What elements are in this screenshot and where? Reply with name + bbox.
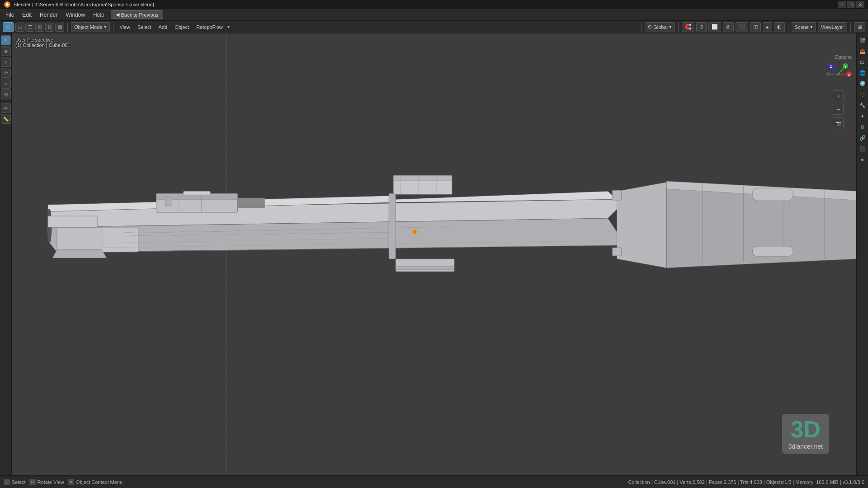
object-mode-label: Object Mode xyxy=(74,24,102,30)
object-mode-dropdown[interactable]: Object Mode ▾ xyxy=(71,22,110,32)
view-layer-button[interactable]: ViewLayer xyxy=(818,22,847,32)
options-label: Options xyxy=(835,54,852,60)
zoom-in-button[interactable]: + xyxy=(833,90,844,101)
svg-text:X: X xyxy=(848,73,850,76)
scene-properties-button[interactable]: 🌐 xyxy=(858,68,868,78)
close-button[interactable]: ✕ xyxy=(856,1,864,8)
status-select-item: ⬡ Select xyxy=(4,479,26,485)
annotate-tool-button[interactable]: ✏ xyxy=(1,103,11,113)
svg-point-2 xyxy=(7,3,8,4)
header-icon-5[interactable]: ▦ xyxy=(55,23,64,32)
header-icon-1[interactable]: ◻ xyxy=(15,23,24,32)
status-context-item: ≡ Object Context Menu xyxy=(68,479,123,485)
select-status-label: Select xyxy=(12,479,26,485)
menu-window[interactable]: Window xyxy=(62,11,89,19)
proportional-edit-button[interactable]: ⊙ xyxy=(696,22,707,32)
header-select-menu[interactable]: Select xyxy=(135,23,154,31)
scale-tool-button[interactable]: ⤢ xyxy=(1,79,11,89)
left-toolbar: ↖ ⊕ ✛ ⟳ ⤢ ⊞ ✏ 📏 xyxy=(0,33,12,475)
viewport-collection-label: (1) Collection | Cube.001 xyxy=(15,42,70,48)
physics-properties-button[interactable]: ⚙ xyxy=(858,122,868,132)
svg-rect-13 xyxy=(48,216,98,227)
context-menu-label: Object Context Menu xyxy=(76,479,123,485)
snap-button[interactable]: 🧲 xyxy=(682,22,694,32)
editor-type-button[interactable]: ⬡ xyxy=(3,22,14,32)
display-mode-button[interactable]: ⬜ xyxy=(708,22,721,32)
header-object-menu[interactable]: Object xyxy=(172,23,192,31)
menu-edit[interactable]: Edit xyxy=(19,11,35,19)
camera-toggle-button[interactable]: 📷 xyxy=(833,117,844,128)
scene-chevron-icon: ▾ xyxy=(810,24,813,30)
shading-rendered[interactable]: ◐ xyxy=(774,22,785,32)
maximize-button[interactable]: □ xyxy=(847,1,855,8)
zoom-out-button[interactable]: − xyxy=(833,104,844,115)
constraints-properties-button[interactable]: 🔗 xyxy=(858,133,868,143)
render-properties-button[interactable]: 🎬 xyxy=(858,35,868,45)
overlay-button[interactable]: ◎ xyxy=(723,22,734,32)
global-transform-icon: ⊕ xyxy=(648,24,652,30)
menu-file[interactable]: File xyxy=(2,11,18,19)
header-icon-4[interactable]: ⊟ xyxy=(45,23,54,32)
viewport-header: ⬡ ◻ ☰ ⊞ ⊟ ▦ Object Mode ▾ View Select Ad… xyxy=(0,21,868,33)
rotate-tool-button[interactable]: ⟳ xyxy=(1,68,11,78)
transform-tool-button[interactable]: ⊞ xyxy=(1,89,11,99)
navigation-gizmo-panel: X Y Z + − 📷 xyxy=(825,61,852,128)
particles-properties-button[interactable]: ✦ xyxy=(858,111,868,121)
transform-space-label: Global xyxy=(653,24,668,30)
modifier-properties-button[interactable]: 🔧 xyxy=(858,100,868,110)
measure-tool-button[interactable]: 📏 xyxy=(1,114,11,124)
svg-rect-22 xyxy=(393,175,452,181)
watermark-url-text: 3dlancer.net xyxy=(788,443,823,450)
output-properties-button[interactable]: 📤 xyxy=(858,46,868,56)
view-layer-label: ViewLayer xyxy=(821,24,844,30)
rotate-view-label: Rotate View xyxy=(38,479,64,485)
rotate-status-icon: ↻ xyxy=(29,479,36,485)
data-properties-button[interactable]: ⬛ xyxy=(858,144,868,154)
svg-text:Y: Y xyxy=(844,65,847,68)
shading-solid[interactable]: ● xyxy=(763,22,772,32)
transform-orientations-button[interactable]: ⊕ Global ▾ xyxy=(645,22,675,32)
svg-rect-30 xyxy=(613,248,622,256)
material-properties-button[interactable]: ● xyxy=(858,155,868,164)
viewport-perspective-label: User Perspective xyxy=(15,37,70,42)
svg-rect-32 xyxy=(237,198,264,208)
3d-model-view xyxy=(12,33,856,475)
axis-gizmo[interactable]: X Y Z xyxy=(825,61,852,88)
scene-camera-button[interactable]: Scene ▾ xyxy=(792,22,816,32)
view-layer-properties-button[interactable]: 🗂 xyxy=(858,57,868,67)
header-retopoflow-menu[interactable]: RetopoFlow xyxy=(193,23,226,31)
status-bar: ⬡ Select ↻ Rotate View ≡ Object Context … xyxy=(0,475,868,488)
stats-text: Collection | Cube.001 | Verts:2,502 | Fa… xyxy=(628,479,864,485)
3d-viewport[interactable]: User Perspective (1) Collection | Cube.0… xyxy=(12,33,856,475)
xray-button[interactable]: ⬛ xyxy=(736,22,748,32)
scene-label: Scene xyxy=(795,24,809,30)
retopoflow-dropdown-icon: ▾ xyxy=(227,24,230,29)
menu-render[interactable]: Render xyxy=(36,11,61,19)
svg-rect-12 xyxy=(165,198,172,206)
menu-help[interactable]: Help xyxy=(90,11,108,19)
svg-rect-34 xyxy=(752,246,793,256)
engine-select-button[interactable]: 🖥 xyxy=(854,22,865,32)
back-to-previous-button[interactable]: ◀ Back to Previous xyxy=(111,10,164,19)
header-icon-2[interactable]: ☰ xyxy=(25,23,34,32)
title-bar: Blender [D:\Server3D\Uchoba\KursTopora\S… xyxy=(0,0,868,9)
move-tool-button[interactable]: ✛ xyxy=(1,57,11,67)
svg-rect-31 xyxy=(389,193,396,259)
shading-wireframe[interactable]: ◫ xyxy=(750,22,761,32)
window-title: Blender [D:\Server3D\Uchoba\KursTopora\S… xyxy=(14,2,154,7)
header-view-menu[interactable]: View xyxy=(117,23,133,31)
menu-bar: File Edit Render Window Help ◀ Back to P… xyxy=(0,9,868,21)
right-panel: 🎬 📤 🗂 🌐 🌍 ⬡ 🔧 ✦ ⚙ 🔗 ⬛ ● xyxy=(856,33,868,475)
select-status-icon: ⬡ xyxy=(4,479,10,485)
select-tool-button[interactable]: ↖ xyxy=(1,35,11,45)
transform-chevron-icon: ▾ xyxy=(669,24,672,30)
minimize-button[interactable]: − xyxy=(838,1,846,8)
world-properties-button[interactable]: 🌍 xyxy=(858,79,868,89)
cursor-tool-button[interactable]: ⊕ xyxy=(1,46,11,56)
svg-rect-11 xyxy=(184,191,211,195)
watermark: 3D 3dlancer.net xyxy=(782,414,829,454)
viewport-container: ↖ ⊕ ✛ ⟳ ⤢ ⊞ ✏ 📏 User Perspective (1) Col… xyxy=(0,33,868,475)
header-add-menu[interactable]: Add xyxy=(156,23,170,31)
object-properties-button[interactable]: ⬡ xyxy=(858,89,868,99)
header-icon-3[interactable]: ⊞ xyxy=(35,23,44,32)
